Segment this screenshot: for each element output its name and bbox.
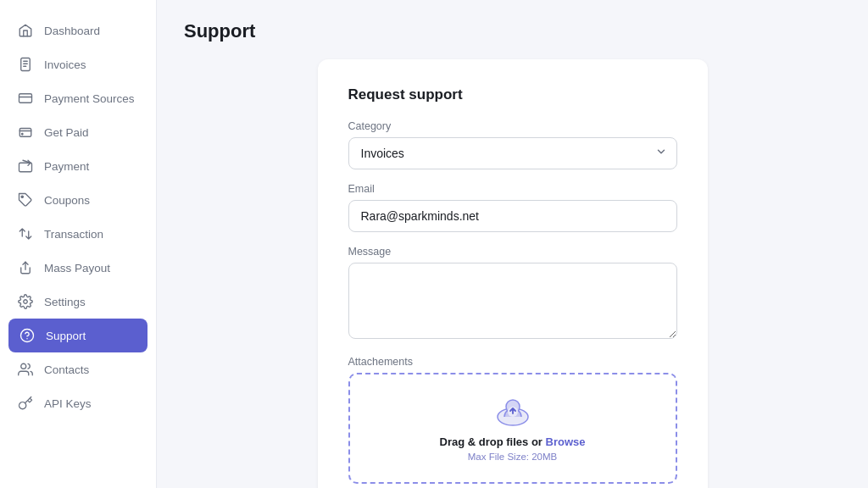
svg-point-13 <box>21 330 34 342</box>
sidebar-item-coupons[interactable]: Coupons <box>0 183 156 217</box>
sidebar-item-label: Get Paid <box>44 126 89 139</box>
sidebar-item-label: Payment <box>44 160 89 173</box>
attachments-dropzone[interactable]: Drag & drop files or Browse Max File Siz… <box>348 373 677 484</box>
support-card: Request support Category Invoices Paymen… <box>318 59 708 488</box>
svg-rect-0 <box>21 58 31 71</box>
message-group: Message <box>348 246 677 342</box>
category-select[interactable]: Invoices Payment Technical Other <box>348 137 677 169</box>
email-label: Email <box>348 183 677 195</box>
sidebar-item-label: Coupons <box>44 194 90 207</box>
attachments-label: Attachements <box>348 356 677 368</box>
sidebar-item-label: Transaction <box>44 228 103 241</box>
sidebar-item-mass-payout[interactable]: Mass Payout <box>0 251 156 285</box>
sidebar-item-label: Support <box>46 330 86 342</box>
svg-point-12 <box>24 300 28 304</box>
payment-sources-icon <box>17 90 34 107</box>
browse-link[interactable]: Browse <box>546 435 586 448</box>
invoice-icon <box>17 56 34 73</box>
sidebar-item-settings[interactable]: Settings <box>0 285 156 319</box>
drag-drop-text: Drag & drop files or Browse <box>364 435 662 448</box>
sidebar-item-payment-sources[interactable]: Payment Sources <box>0 81 156 115</box>
contacts-icon <box>17 361 34 378</box>
card-title: Request support <box>348 86 677 103</box>
page-title: Support <box>184 20 841 42</box>
svg-point-10 <box>21 196 23 197</box>
transaction-icon <box>17 225 34 242</box>
settings-icon <box>17 293 34 310</box>
sidebar-item-dashboard[interactable]: Dashboard <box>0 14 156 47</box>
sidebar-item-label: Mass Payout <box>44 262 110 274</box>
mass-payout-icon <box>17 259 34 276</box>
svg-rect-4 <box>19 94 32 103</box>
category-label: Category <box>348 120 677 132</box>
sidebar-item-invoices[interactable]: Invoices <box>0 47 156 81</box>
sidebar-item-label: Payment Sources <box>44 92 135 105</box>
api-keys-icon <box>17 395 34 412</box>
sidebar-item-label: Settings <box>44 296 86 308</box>
max-size-text: Max File Size: 20MB <box>364 452 662 462</box>
sidebar-item-contacts[interactable]: Contacts <box>0 352 156 386</box>
home-icon <box>17 22 34 39</box>
sidebar-item-api-keys[interactable]: API Keys <box>0 386 156 420</box>
svg-point-15 <box>21 363 26 369</box>
email-group: Email <box>348 183 677 232</box>
sidebar-item-get-paid[interactable]: Get Paid <box>0 115 156 149</box>
get-paid-icon <box>17 124 34 141</box>
sidebar-item-payment[interactable]: Payment <box>0 149 156 183</box>
coupons-icon <box>17 191 34 208</box>
sidebar-item-label: Contacts <box>44 363 89 376</box>
payment-icon <box>17 158 34 175</box>
sidebar-item-label: Invoices <box>44 58 86 71</box>
sidebar-item-label: Dashboard <box>44 25 100 37</box>
sidebar-item-label: API Keys <box>44 397 92 410</box>
upload-cloud-icon <box>364 395 662 429</box>
category-select-wrapper: Invoices Payment Technical Other <box>348 137 677 169</box>
main-content: Support Request support Category Invoice… <box>157 0 868 488</box>
email-field[interactable] <box>348 200 677 232</box>
message-label: Message <box>348 246 677 258</box>
sidebar-item-transaction[interactable]: Transaction <box>0 217 156 251</box>
svg-rect-6 <box>19 129 31 137</box>
support-icon <box>19 327 36 344</box>
sidebar: Dashboard Invoices Payment Sources <box>0 0 157 488</box>
attachments-group: Attachements Drag & drop files or Browse… <box>348 356 677 484</box>
category-group: Category Invoices Payment Technical Othe… <box>348 120 677 169</box>
sidebar-item-support[interactable]: Support <box>8 319 147 352</box>
svg-point-7 <box>22 134 24 136</box>
message-textarea[interactable] <box>348 263 677 339</box>
